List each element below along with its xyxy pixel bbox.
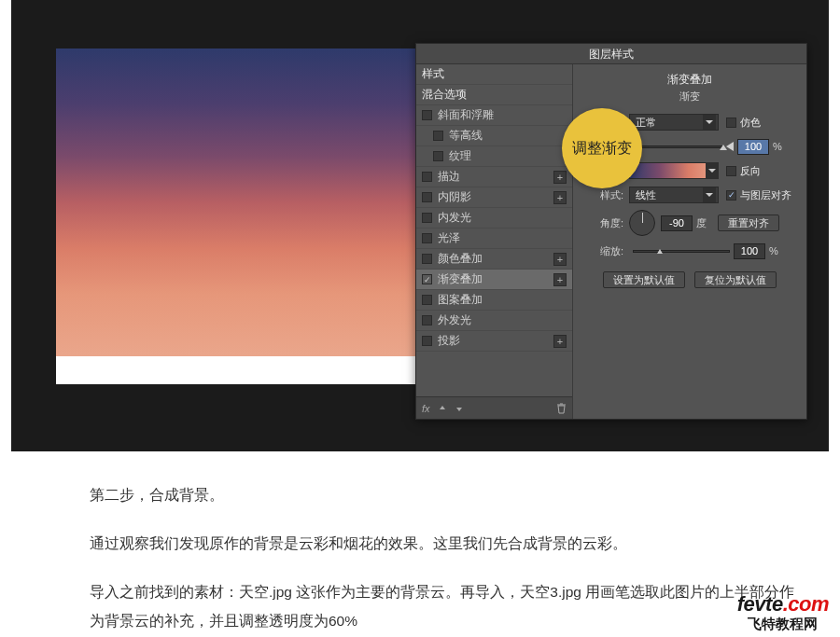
effect-check[interactable]: [422, 233, 432, 243]
effect-label: 内阴影: [438, 189, 553, 205]
effect-check[interactable]: ✓: [422, 274, 432, 284]
scale-input[interactable]: 100: [734, 243, 765, 259]
effects-footer: fx: [416, 396, 572, 419]
effect-drop-shadow[interactable]: 投影 +: [416, 331, 572, 352]
effect-label: 纹理: [449, 148, 567, 164]
align-checkbox[interactable]: [726, 190, 736, 201]
effect-color-overlay[interactable]: 颜色叠加 +: [416, 249, 572, 270]
effect-gradient-overlay[interactable]: ✓ 渐变叠加 +: [416, 270, 572, 290]
effect-label: 颜色叠加: [438, 251, 553, 267]
effect-check[interactable]: [422, 192, 432, 202]
watermark: fevte.com 飞特教程网: [737, 593, 829, 631]
effect-check[interactable]: [433, 131, 443, 141]
percent-label: %: [773, 141, 782, 152]
effect-label: 图案叠加: [438, 292, 567, 308]
styles-header[interactable]: 样式: [416, 64, 572, 85]
effect-label: 等高线: [449, 128, 567, 144]
add-effect-icon[interactable]: +: [553, 335, 567, 348]
slider-thumb[interactable]: [657, 249, 663, 254]
effect-label: 光泽: [438, 230, 567, 246]
article-text: 第二步，合成背景。 通过观察我们发现原作的背景是云彩和烟花的效果。这里我们先合成…: [90, 481, 803, 637]
effect-check[interactable]: [422, 336, 432, 346]
chevron-down-icon: [706, 162, 719, 179]
slider-thumb[interactable]: [720, 145, 727, 150]
opacity-input[interactable]: 100: [737, 139, 769, 155]
effect-check[interactable]: [433, 151, 443, 161]
add-effect-icon[interactable]: +: [553, 253, 567, 266]
angle-unit: 度: [696, 216, 707, 230]
chevron-down-icon: [703, 187, 716, 202]
scale-label: 缩放:: [582, 244, 623, 258]
gradient-background: [56, 48, 448, 356]
blending-options[interactable]: 混合选项: [416, 85, 572, 105]
effect-outer-glow[interactable]: 外发光: [416, 311, 572, 331]
effect-label: 描边: [438, 169, 553, 185]
effect-satin[interactable]: 光泽: [416, 228, 572, 249]
effect-pattern-overlay[interactable]: 图案叠加: [416, 290, 572, 311]
effect-check[interactable]: [422, 172, 432, 182]
effect-check[interactable]: [422, 254, 432, 264]
angle-input[interactable]: -90: [661, 215, 693, 231]
effect-inner-glow[interactable]: 内发光: [416, 208, 572, 228]
fx-icon[interactable]: fx: [422, 403, 430, 414]
blend-mode-select[interactable]: 正常: [629, 114, 719, 131]
arrow-up-icon[interactable]: [438, 404, 447, 413]
effect-label: 内发光: [438, 210, 567, 226]
effect-label: 斜面和浮雕: [438, 107, 567, 123]
style-select[interactable]: 线性: [629, 187, 719, 203]
canvas-preview: [56, 48, 448, 384]
paragraph: 第二步，合成背景。: [90, 481, 803, 509]
effect-bevel[interactable]: 斜面和浮雕: [416, 105, 572, 126]
effect-label: 投影: [438, 333, 553, 349]
dialog-title[interactable]: 图层样式: [416, 44, 806, 64]
chevron-down-icon: [703, 115, 716, 130]
gradient-picker[interactable]: [629, 162, 719, 179]
align-label: 与图层对齐: [740, 188, 791, 202]
paragraph: 导入之前找到的素材：天空.jpg 这张作为主要的背景云。再导入，天空3.jpg …: [90, 578, 803, 634]
opacity-slider[interactable]: [633, 145, 722, 148]
panel-subtitle: 渐变: [582, 90, 797, 104]
reverse-checkbox[interactable]: [726, 166, 736, 176]
effect-contour[interactable]: 等高线: [416, 126, 572, 146]
styles-header-label: 样式: [422, 66, 444, 82]
panel-title: 渐变叠加: [582, 72, 797, 88]
effect-texture[interactable]: 纹理: [416, 146, 572, 167]
add-effect-icon[interactable]: +: [553, 191, 567, 204]
effect-label: 外发光: [438, 312, 567, 328]
paragraph: 通过观察我们发现原作的背景是云彩和烟花的效果。这里我们先合成背景的云彩。: [90, 530, 803, 558]
make-default-button[interactable]: 设置为默认值: [603, 271, 685, 288]
scale-slider[interactable]: [633, 250, 730, 253]
add-effect-icon[interactable]: +: [553, 273, 567, 286]
reset-align-button[interactable]: 重置对齐: [718, 215, 779, 231]
triangle-icon: [726, 142, 734, 151]
effects-sidebar: 样式 混合选项 斜面和浮雕 等高线 纹理: [416, 64, 573, 419]
watermark-brand: fevte: [737, 592, 783, 616]
angle-dial[interactable]: [629, 210, 655, 236]
watermark-domain: .com: [783, 592, 829, 616]
dither-label: 仿色: [740, 116, 761, 130]
blending-options-label: 混合选项: [422, 87, 467, 103]
effect-check[interactable]: [422, 295, 432, 305]
watermark-cn: 飞特教程网: [737, 616, 829, 632]
style-value: 线性: [636, 188, 656, 202]
effect-label: 渐变叠加: [438, 271, 553, 287]
add-effect-icon[interactable]: +: [553, 171, 567, 184]
screenshot-container: 图层样式 样式 混合选项 斜面和浮雕 等高线: [11, 0, 829, 451]
arrow-down-icon[interactable]: [455, 404, 464, 413]
trash-icon[interactable]: [556, 403, 567, 414]
style-label: 样式:: [582, 188, 623, 202]
effect-check[interactable]: [422, 110, 432, 120]
effect-stroke[interactable]: 描边 +: [416, 167, 572, 187]
effect-inner-shadow[interactable]: 内阴影 +: [416, 187, 572, 208]
blend-mode-value: 正常: [636, 116, 656, 130]
percent-label: %: [769, 245, 778, 256]
layer-style-dialog: 图层样式 样式 混合选项 斜面和浮雕 等高线: [415, 43, 807, 420]
reset-default-button[interactable]: 复位为默认值: [694, 271, 777, 288]
reverse-label: 反向: [740, 164, 761, 178]
effect-check[interactable]: [422, 315, 432, 325]
effect-check[interactable]: [422, 213, 432, 223]
dither-checkbox[interactable]: [726, 118, 736, 128]
callout-badge: 调整渐变: [562, 108, 642, 188]
angle-label: 角度:: [582, 216, 623, 230]
